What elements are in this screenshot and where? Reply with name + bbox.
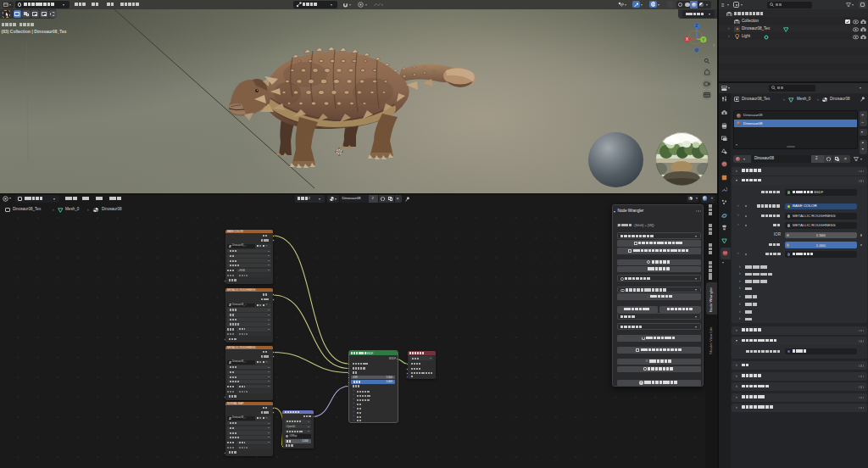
svg-text:Z: Z	[696, 24, 698, 28]
svg-text:X: X	[686, 37, 688, 42]
svg-text:‹: ‹	[713, 42, 715, 48]
svg-text:Y: Y	[702, 38, 704, 42]
